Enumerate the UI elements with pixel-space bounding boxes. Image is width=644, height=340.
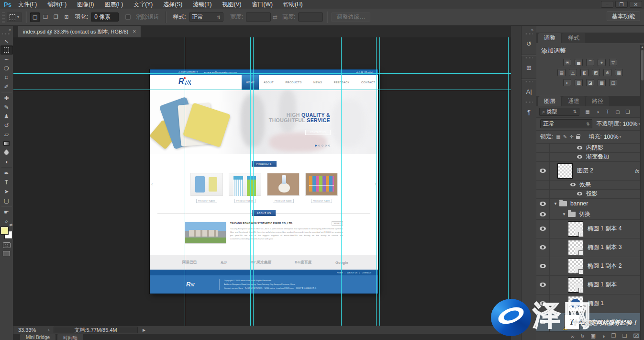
new-adjustment-layer-icon[interactable]: ◑ <box>602 333 605 339</box>
threshold-icon[interactable]: ◪ <box>586 79 594 86</box>
type-tool[interactable]: T <box>0 178 13 187</box>
posterize-icon[interactable]: ▨ <box>575 79 583 86</box>
new-layer-icon[interactable]: ❏ <box>622 333 627 339</box>
close-button[interactable]: ✕ <box>630 1 642 8</box>
foreground-color-swatch[interactable] <box>1 227 8 234</box>
status-menu-arrow-icon[interactable]: ▶ <box>143 328 145 332</box>
layer-row[interactable]: 椭圆 1 副本 2 <box>536 257 644 276</box>
layer-row[interactable]: 椭圆 1 副本 <box>536 276 644 295</box>
layer-effect-row[interactable]: 内阴影 <box>536 144 644 153</box>
layer-thumbnail[interactable] <box>568 296 583 311</box>
history-brush-tool[interactable]: ↺ <box>0 121 13 130</box>
visibility-eye-icon[interactable] <box>570 183 576 187</box>
brightness-contrast-icon[interactable]: ☀ <box>563 59 571 66</box>
3d-panel-icon[interactable]: ⊞ <box>523 62 535 73</box>
minimize-button[interactable]: – <box>601 1 613 8</box>
guide-vertical[interactable] <box>376 37 377 326</box>
new-group-icon[interactable]: ❒ <box>611 333 616 339</box>
visibility-eye-icon[interactable] <box>540 212 546 216</box>
bottom-tab-mini-bridge[interactable]: Mini Bridge <box>20 334 56 340</box>
visibility-eye-icon[interactable] <box>540 320 546 324</box>
scrollbar-thumb[interactable] <box>641 50 644 80</box>
color-balance-icon[interactable]: △ <box>569 69 577 76</box>
paragraph-panel-icon[interactable]: ¶ <box>523 107 535 117</box>
layer-row[interactable]: 图层 2fx <box>536 162 644 181</box>
layer-effect-row[interactable]: 效果 <box>536 181 644 190</box>
expand-triangle-icon[interactable]: ▼ <box>562 212 566 216</box>
menubar-item[interactable]: 视图(V) <box>222 0 242 9</box>
layers-tab[interactable]: 路径 <box>586 96 609 106</box>
workspace-switcher-button[interactable]: 基本功能 <box>607 11 640 21</box>
layer-thumbnail[interactable] <box>568 277 583 293</box>
exposure-icon[interactable]: ± <box>598 59 606 66</box>
rounded-rectangle-tool[interactable]: ▢ <box>0 196 13 205</box>
smart-object-filter-icon[interactable]: ❏ <box>624 109 631 114</box>
spot-healing-brush-tool[interactable]: ✚ <box>0 93 13 102</box>
delete-layer-icon[interactable]: ⌧ <box>633 333 639 339</box>
guide-vertical[interactable] <box>250 37 251 326</box>
gradient-tool[interactable] <box>0 139 13 148</box>
height-input[interactable] <box>298 12 323 22</box>
visibility-eye-icon[interactable] <box>540 301 546 306</box>
pen-tool[interactable]: ✒ <box>0 169 13 178</box>
document-tab[interactable]: index.psd @ 33.3% (contact us 副本, RGB/8)… <box>18 26 141 37</box>
lasso-tool[interactable]: ∽ <box>0 55 13 64</box>
eyedropper-tool[interactable]: ✐ <box>0 82 13 91</box>
feather-input[interactable]: 0 像素 <box>91 12 119 22</box>
layer-effect-row[interactable]: 渐变叠加 <box>536 153 644 162</box>
layer-style-icon[interactable]: fx <box>581 333 585 339</box>
visibility-eye-icon[interactable] <box>540 245 546 249</box>
layer-thumbnail[interactable] <box>557 163 573 179</box>
layer-thumbnail[interactable]: T⚠ <box>564 315 579 330</box>
guide-horizontal[interactable] <box>13 73 511 74</box>
visibility-eye-icon[interactable] <box>577 146 582 150</box>
visibility-eye-icon[interactable] <box>540 169 546 173</box>
selection-mode-intersect[interactable]: ⊞ <box>62 12 71 22</box>
menubar-item[interactable]: 文字(Y) <box>133 0 153 9</box>
lock-transparency-icon[interactable]: ▦ <box>556 134 560 139</box>
antialias-checkbox[interactable] <box>125 14 131 20</box>
channel-mixer-icon[interactable]: ⊚ <box>603 69 611 76</box>
layer-thumbnail[interactable] <box>568 259 583 274</box>
crop-tool[interactable]: ⌗ <box>0 73 13 82</box>
path-selection-tool[interactable]: ➤ <box>0 187 13 196</box>
document-size-field[interactable]: 文档:5.77M/85.4M <box>54 327 138 333</box>
menubar-item[interactable]: 图层(L) <box>105 0 123 9</box>
bottom-tab-timeline[interactable]: 时间轴 <box>57 334 83 340</box>
guide-vertical[interactable] <box>253 37 254 326</box>
selection-mode-new[interactable]: ▢ <box>30 12 40 22</box>
link-layers-icon[interactable]: ∞ <box>571 333 575 339</box>
guide-horizontal[interactable] <box>13 90 511 90</box>
layer-filter-dropdown[interactable]: ⌕ 类型 ⇅ <box>539 108 579 116</box>
history-panel-icon[interactable]: ↺ <box>523 38 535 49</box>
photo-filter-icon[interactable]: ◩ <box>592 69 600 76</box>
visibility-eye-icon[interactable] <box>540 283 546 287</box>
invert-icon[interactable]: ◐ <box>563 79 571 86</box>
restore-button[interactable]: ❐ <box>615 1 628 8</box>
layer-thumbnail[interactable] <box>568 221 583 237</box>
menubar-item[interactable]: 编辑(E) <box>47 0 67 9</box>
layers-tab[interactable]: 图层 <box>538 96 561 106</box>
layer-row[interactable]: 椭圆 1 副本 3 <box>536 238 644 257</box>
menubar-item[interactable]: 文件(F) <box>18 0 37 9</box>
layer-row[interactable]: 椭圆 1 <box>536 295 644 313</box>
lock-paint-icon[interactable]: ✎ <box>563 134 567 139</box>
guide-vertical[interactable] <box>185 37 185 326</box>
menubar-item[interactable]: 帮助(H) <box>283 0 303 9</box>
dock-expand-icon[interactable]: « <box>531 26 536 33</box>
width-input[interactable] <box>246 12 271 22</box>
layers-scrollbar[interactable]: ▲ <box>640 45 644 340</box>
visibility-eye-icon[interactable] <box>540 227 546 231</box>
visibility-eye-icon[interactable] <box>540 264 546 268</box>
expand-triangle-icon[interactable]: ▼ <box>554 202 557 206</box>
lock-position-icon[interactable]: ✛ <box>569 134 573 139</box>
lock-all-icon[interactable] <box>576 136 580 139</box>
layer-row[interactable]: 椭圆 1 副本 4 <box>536 220 644 238</box>
layer-group-row[interactable]: ▼切换 <box>536 209 644 220</box>
visibility-eye-icon[interactable] <box>577 155 582 159</box>
dodge-tool[interactable]: ◖ <box>0 157 13 166</box>
tool-preset-picker[interactable]: ▾ <box>7 12 22 22</box>
character-panel-icon[interactable]: A| <box>523 86 535 97</box>
selection-mode-subtract[interactable]: ❐ <box>51 12 61 22</box>
layer-group-row[interactable]: ▼banner <box>536 199 644 209</box>
